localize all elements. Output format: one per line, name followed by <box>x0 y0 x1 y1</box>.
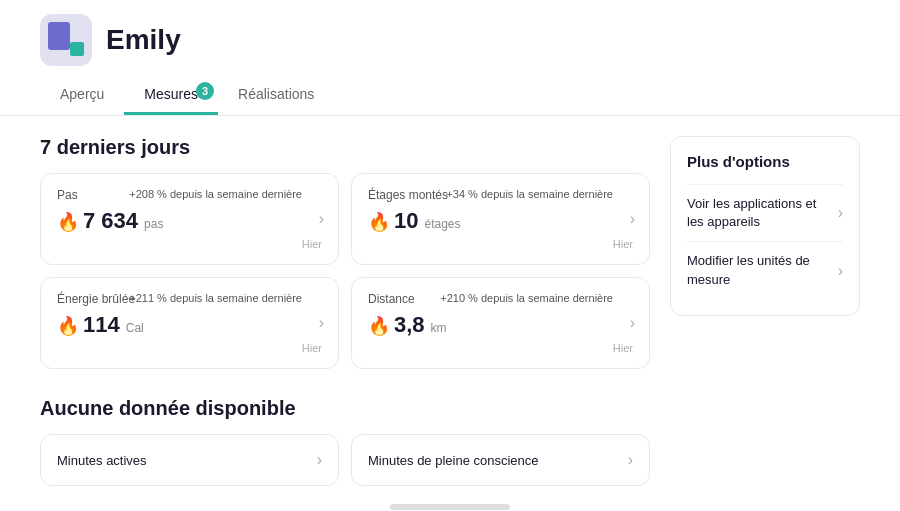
metric-card-energie[interactable]: Énergie brûlée +211 % depuis la semaine … <box>40 277 339 369</box>
option-label-modifier-unites: Modifier les unités de mesure <box>687 252 830 288</box>
metric-card-distance[interactable]: Distance +210 % depuis la semaine derniè… <box>351 277 650 369</box>
metric-change-energie: +211 % depuis la semaine dernière <box>129 292 302 304</box>
tabs-container: Aperçu Mesures 3 Réalisations <box>0 76 900 116</box>
fire-icon-pas: 🔥 <box>57 211 79 233</box>
no-data-section: Aucune donnée disponible Minutes actives… <box>40 397 650 486</box>
scrollbar-hint[interactable] <box>390 504 510 510</box>
no-data-card-minutes-pleine-conscience[interactable]: Minutes de pleine conscience › <box>351 434 650 486</box>
metric-unit-etages: étages <box>424 217 460 231</box>
right-panel: Plus d'options Voir les applications et … <box>670 136 860 486</box>
chevron-right-icon-distance: › <box>630 314 635 332</box>
page: Emily Aperçu Mesures 3 Réalisations 7 de… <box>0 0 900 511</box>
tab-mesures[interactable]: Mesures 3 <box>124 76 218 115</box>
no-data-title: Aucune donnée disponible <box>40 397 650 420</box>
no-data-cards: Minutes actives › Minutes de pleine cons… <box>40 434 650 486</box>
option-label-voir-applications: Voir les applications et les appareils <box>687 195 830 231</box>
no-data-card-minutes-actives[interactable]: Minutes actives › <box>40 434 339 486</box>
section-7days-title: 7 derniers jours <box>40 136 650 159</box>
no-data-label-minutes-actives: Minutes actives <box>57 453 147 468</box>
metric-value-etages: 10 <box>394 208 418 234</box>
left-panel: 7 derniers jours Pas +208 % depuis la se… <box>40 136 650 486</box>
chevron-right-icon-etages: › <box>630 210 635 228</box>
metric-unit-distance: km <box>431 321 447 335</box>
metric-value-row-pas: 🔥 7 634 pas <box>57 208 322 234</box>
tab-apercu-label: Aperçu <box>60 86 104 102</box>
metric-value-pas: 7 634 <box>83 208 138 234</box>
metric-card-pas[interactable]: Pas +208 % depuis la semaine dernière 🔥 … <box>40 173 339 265</box>
metric-value-energie: 114 <box>83 312 120 338</box>
fire-icon-energie: 🔥 <box>57 315 79 337</box>
chevron-right-icon-energie: › <box>319 314 324 332</box>
tab-apercu[interactable]: Aperçu <box>40 76 124 115</box>
no-data-label-minutes-pleine-conscience: Minutes de pleine conscience <box>368 453 539 468</box>
metrics-grid: Pas +208 % depuis la semaine dernière 🔥 … <box>40 173 650 369</box>
header: Emily <box>0 0 900 76</box>
tab-mesures-label: Mesures <box>144 86 198 102</box>
options-title: Plus d'options <box>687 153 843 170</box>
fire-icon-distance: 🔥 <box>368 315 390 337</box>
metric-date-pas: Hier <box>57 238 322 250</box>
metric-value-row-etages: 🔥 10 étages <box>368 208 633 234</box>
fire-icon-etages: 🔥 <box>368 211 390 233</box>
chevron-right-icon-voir-applications: › <box>838 204 843 222</box>
metric-unit-pas: pas <box>144 217 163 231</box>
metric-change-distance: +210 % depuis la semaine dernière <box>440 292 613 304</box>
avatar-logo-square <box>70 42 84 56</box>
metric-change-etages: +34 % depuis la semaine dernière <box>446 188 613 200</box>
option-item-voir-applications[interactable]: Voir les applications et les appareils › <box>687 184 843 241</box>
options-box: Plus d'options Voir les applications et … <box>670 136 860 316</box>
metric-date-energie: Hier <box>57 342 322 354</box>
metric-date-etages: Hier <box>368 238 633 250</box>
metric-date-distance: Hier <box>368 342 633 354</box>
metric-unit-energie: Cal <box>126 321 144 335</box>
option-item-modifier-unites[interactable]: Modifier les unités de mesure › <box>687 241 843 298</box>
tabs: Aperçu Mesures 3 Réalisations <box>40 76 860 115</box>
tab-realisations[interactable]: Réalisations <box>218 76 334 115</box>
tab-mesures-badge: 3 <box>196 82 214 100</box>
avatar-logo-l <box>48 22 70 50</box>
metric-value-row-distance: 🔥 3,8 km <box>368 312 633 338</box>
metric-value-distance: 3,8 <box>394 312 425 338</box>
metric-card-etages[interactable]: Étages montés +34 % depuis la semaine de… <box>351 173 650 265</box>
chevron-right-icon-pas: › <box>319 210 324 228</box>
avatar <box>40 14 92 66</box>
metric-value-row-energie: 🔥 114 Cal <box>57 312 322 338</box>
user-name: Emily <box>106 24 181 56</box>
chevron-right-icon-minutes-pleine-conscience: › <box>628 451 633 469</box>
main-content: 7 derniers jours Pas +208 % depuis la se… <box>0 116 900 506</box>
tab-realisations-label: Réalisations <box>238 86 314 102</box>
chevron-right-icon-modifier-unites: › <box>838 262 843 280</box>
chevron-right-icon-minutes-actives: › <box>317 451 322 469</box>
metric-change-pas: +208 % depuis la semaine dernière <box>129 188 302 200</box>
